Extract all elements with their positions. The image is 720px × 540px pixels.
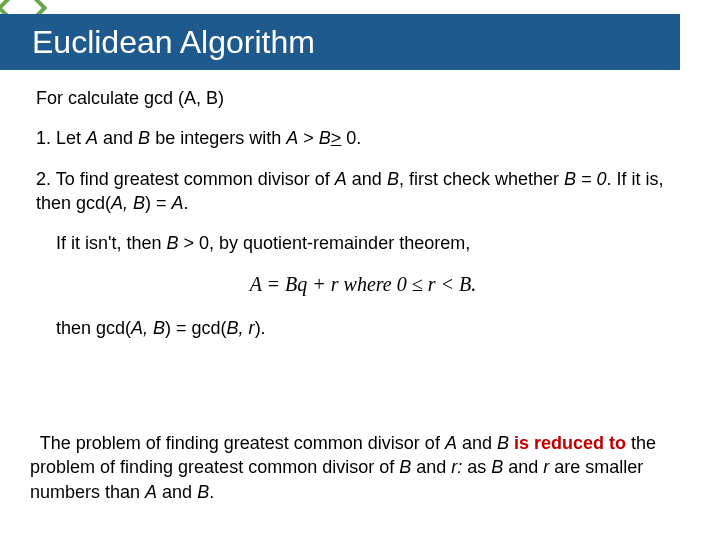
step2a-prefix: 2. To find greatest common divisor of — [36, 169, 335, 189]
concl-p1: The problem of finding greatest common d… — [40, 433, 445, 453]
step1-mid2: be integers with — [150, 128, 286, 148]
concl-and4: and — [157, 482, 197, 502]
step-2c: then gcd(A, B) = gcd(B, r). — [56, 316, 690, 340]
concl-B4: B — [197, 482, 209, 502]
step2a-args: A, B — [111, 193, 145, 213]
concl-A2: A — [145, 482, 157, 502]
step2b-prefix: If it isn't, then — [56, 233, 167, 253]
concl-A: A — [445, 433, 457, 453]
step-1: 1. Let A and B be integers with A > B > … — [36, 126, 690, 150]
step2a-dot: . — [184, 193, 189, 213]
step2a-A: A — [335, 169, 347, 189]
concl-p3: as — [462, 457, 491, 477]
title-bar: Euclidean Algorithm — [0, 14, 680, 70]
concl-r: r: — [451, 457, 462, 477]
conclusion: The problem of finding greatest common d… — [30, 431, 690, 504]
concl-B: B — [497, 433, 509, 453]
step2a-eq: B = 0 — [564, 169, 607, 189]
step1-B: B — [138, 128, 150, 148]
step2c-prefix: then gcd( — [56, 318, 131, 338]
concl-B2: B — [399, 457, 411, 477]
slide-title: Euclidean Algorithm — [32, 24, 315, 61]
step1-A: A — [86, 128, 98, 148]
formula-text: A = Bq + r where 0 ≤ r < B. — [250, 273, 476, 295]
concl-dot: . — [209, 482, 214, 502]
step1-cond-rhs: B — [319, 128, 331, 148]
step1-mid1: and — [98, 128, 138, 148]
concl-and2: and — [411, 457, 451, 477]
step2b-cond: B — [167, 233, 179, 253]
step2a-and: and — [347, 169, 387, 189]
slide-body: For calculate gcd (A, B) 1. Let A and B … — [36, 86, 690, 357]
step2c-tail: ). — [255, 318, 266, 338]
step2a-tail: ) = — [145, 193, 172, 213]
step1-geq: > — [331, 126, 342, 150]
step1-cond-lhs: A — [286, 128, 298, 148]
quotient-remainder-formula: A = Bq + r where 0 ≤ r < B. — [36, 271, 690, 298]
step2c-mid: ) = gcd( — [165, 318, 227, 338]
concl-and3: and — [503, 457, 543, 477]
step-2a: 2. To find greatest common divisor of A … — [36, 167, 690, 216]
concl-is: is — [509, 433, 534, 453]
step1-tail: 0. — [341, 128, 361, 148]
step2a-rhs: A — [172, 193, 184, 213]
intro-line: For calculate gcd (A, B) — [36, 86, 690, 110]
step2a-B: B — [387, 169, 399, 189]
step2c-ab: A, B — [131, 318, 165, 338]
concl-and: and — [457, 433, 497, 453]
step1-gt: > — [298, 128, 319, 148]
step2b-gt: > 0, by quotient-remainder theorem, — [179, 233, 471, 253]
step1-prefix: 1. Let — [36, 128, 86, 148]
step-2b: If it isn't, then B > 0, by quotient-rem… — [56, 231, 690, 255]
step2a-mid: , first check whether — [399, 169, 564, 189]
concl-reduced: reduced to — [534, 433, 626, 453]
step2c-br: B, r — [227, 318, 255, 338]
concl-B3: B — [491, 457, 503, 477]
